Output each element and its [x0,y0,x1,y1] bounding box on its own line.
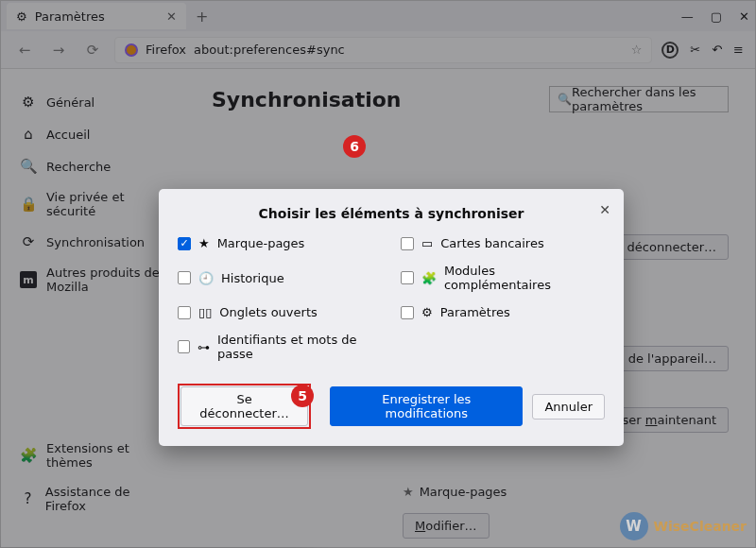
sync-opt-history[interactable]: 🕘Historique [178,264,382,292]
checkbox-icon[interactable] [401,271,414,284]
watermark: W WiseCleaner [620,512,747,540]
annotation-badge-5: 5 [291,385,314,407]
checkbox-icon[interactable] [178,271,191,284]
checkbox-icon[interactable] [178,306,191,319]
tabs-icon: ▯▯ [198,305,212,319]
dialog-title: Choisir les éléments à synchroniser [178,206,605,221]
sync-opt-bookmarks[interactable]: ✓★Marque-pages [178,236,382,250]
annotation-badge-6: 6 [343,135,366,158]
card-icon: ▭ [421,236,433,250]
choose-sync-dialog: Choisir les éléments à synchroniser ✕ ✓★… [159,189,624,446]
gear-icon: ⚙ [421,305,433,319]
checkbox-icon[interactable]: ✓ [178,237,191,250]
close-dialog-button[interactable]: ✕ [599,202,610,217]
checkbox-icon[interactable] [178,340,190,353]
sync-opt-cards[interactable]: ▭Cartes bancaires [401,236,605,250]
cancel-button[interactable]: Annuler [532,394,605,420]
sync-opt-settings[interactable]: ⚙Paramètres [401,305,605,319]
sync-opt-addons[interactable]: 🧩Modules complémentaires [401,264,605,292]
dialog-disconnect-button[interactable]: Se déconnecter… [180,386,308,426]
save-changes-button[interactable]: Enregistrer les modifications [330,386,523,426]
watermark-text: WiseCleaner [654,519,747,534]
checkbox-icon[interactable] [401,306,414,319]
puzzle-icon: 🧩 [421,271,437,285]
clock-icon: 🕘 [198,271,214,285]
checkbox-icon[interactable] [401,237,414,250]
star-icon: ★ [198,236,210,250]
watermark-icon: W [620,512,648,540]
key-icon: ⊶ [198,340,210,354]
sync-opt-passwords[interactable]: ⊶Identifiants et mots de passe [178,333,382,361]
sync-opt-tabs[interactable]: ▯▯Onglets ouverts [178,305,382,319]
